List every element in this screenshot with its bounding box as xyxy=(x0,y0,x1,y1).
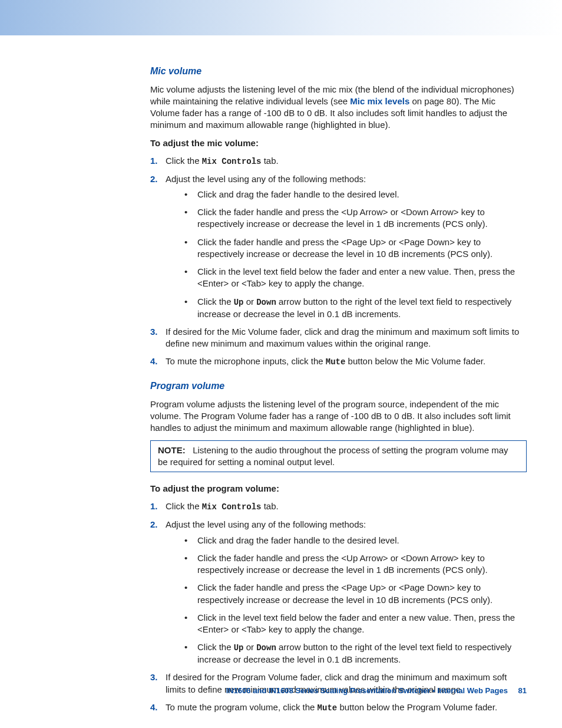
footer-text: IN1606 and IN1608 Series Scaling Present… xyxy=(226,686,508,695)
prog-intro: Program volume adjusts the listening lev… xyxy=(150,398,527,434)
text: To mute the microphone inputs, click the xyxy=(166,356,326,366)
step-number: 4. xyxy=(150,701,158,713)
code-mix-controls: Mix Controls xyxy=(202,502,262,512)
list-item: Click the Up or Down arrow button to the… xyxy=(184,296,527,320)
code-up: Up xyxy=(234,643,244,653)
text: Click the xyxy=(197,642,234,652)
text: button below the Program Volume fader. xyxy=(337,702,497,712)
mic-steps: 1. Click the Mix Controls tab. 2. Adjust… xyxy=(150,155,527,368)
list-item: Click and drag the fader handle to the d… xyxy=(184,189,527,200)
step-number: 3. xyxy=(150,326,158,338)
step-number: 1. xyxy=(150,155,158,167)
code-down: Down xyxy=(256,643,276,653)
list-item: Click in the level text field below the … xyxy=(184,266,527,290)
step-number: 4. xyxy=(150,355,158,367)
page-footer: IN1606 and IN1608 Series Scaling Present… xyxy=(226,686,527,696)
text: To mute the program volume, click the xyxy=(166,702,318,712)
page-body: Mic volume Mic volume adjusts the listen… xyxy=(0,35,562,714)
list-item: Click and drag the fader handle to the d… xyxy=(184,535,527,546)
mic-intro: Mic volume adjusts the listening level o… xyxy=(150,84,527,131)
mic-adjust-heading: To adjust the mic volume: xyxy=(150,137,527,149)
text: Click the xyxy=(166,501,202,511)
list-item: 3. If desired for the Mic Volume fader, … xyxy=(150,326,527,350)
list-item: Click the fader handle and press the <Pa… xyxy=(184,236,527,261)
text: If desired for the Mic Volume fader, cli… xyxy=(166,327,519,348)
text: Click the xyxy=(197,297,234,307)
text: tab. xyxy=(262,501,279,511)
header-gradient xyxy=(0,0,562,35)
code-mute: Mute xyxy=(326,357,346,367)
text: tab. xyxy=(262,156,279,166)
text: or xyxy=(244,297,257,307)
note-text: Listening to the audio throughout the pr… xyxy=(158,445,508,467)
list-item: 4. To mute the program volume, click the… xyxy=(150,701,527,714)
code-mix-controls: Mix Controls xyxy=(202,157,262,166)
step-number: 3. xyxy=(150,671,158,683)
list-item: Click the fader handle and press the <Up… xyxy=(184,552,527,577)
page-number: 81 xyxy=(518,686,527,695)
step-number: 2. xyxy=(150,173,158,185)
list-item: 1. Click the Mix Controls tab. xyxy=(150,500,527,513)
link-mic-mix-levels[interactable]: Mic mix levels xyxy=(350,96,409,106)
text: or xyxy=(244,642,257,652)
note-label: NOTE: xyxy=(158,445,186,455)
prog-methods: Click and drag the fader handle to the d… xyxy=(184,535,527,666)
note-text xyxy=(188,445,193,455)
list-item: Click the fader handle and press the <Pa… xyxy=(184,582,527,606)
code-mute: Mute xyxy=(318,703,338,713)
code-down: Down xyxy=(256,298,276,307)
step-number: 2. xyxy=(150,519,158,531)
text: Adjust the level using any of the follow… xyxy=(166,174,366,184)
prog-adjust-heading: To adjust the program volume: xyxy=(150,483,527,495)
list-item: Click in the level text field below the … xyxy=(184,612,527,636)
list-item: 4. To mute the microphone inputs, click … xyxy=(150,355,527,368)
step-number: 1. xyxy=(150,500,158,512)
list-item: 2. Adjust the level using any of the fol… xyxy=(150,173,527,320)
text: button below the Mic Volume fader. xyxy=(345,356,485,366)
text: Adjust the level using any of the follow… xyxy=(166,519,366,529)
list-item: 1. Click the Mix Controls tab. xyxy=(150,155,527,167)
list-item: Click the Up or Down arrow button to the… xyxy=(184,641,527,666)
note-box: NOTE: Listening to the audio throughout … xyxy=(150,440,527,473)
mic-methods: Click and drag the fader handle to the d… xyxy=(184,189,527,320)
heading-program-volume: Program volume xyxy=(150,380,527,393)
heading-mic-volume: Mic volume xyxy=(150,65,527,78)
list-item: 2. Adjust the level using any of the fol… xyxy=(150,519,527,666)
code-up: Up xyxy=(234,298,244,307)
text: Click the xyxy=(166,156,202,166)
prog-steps: 1. Click the Mix Controls tab. 2. Adjust… xyxy=(150,500,527,713)
list-item: Click the fader handle and press the <Up… xyxy=(184,206,527,230)
